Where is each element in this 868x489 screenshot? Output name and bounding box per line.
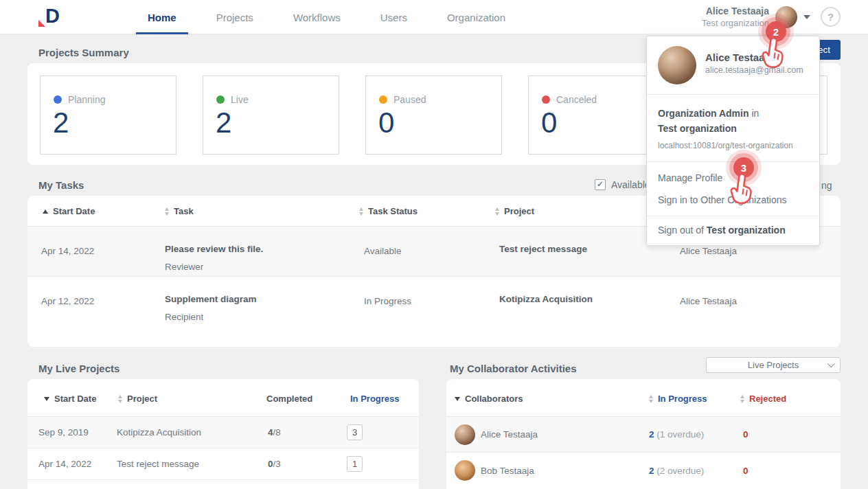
collaborator-avatar [455,424,475,445]
task-status: In Progress [364,296,411,306]
menu-item-sign-out[interactable]: Sign out of Test organization [647,216,819,245]
user-menu-trigger[interactable]: Alice Testaaja Test organization [702,5,810,29]
project-name: Test reject message [117,459,199,469]
app-logo[interactable]: D [38,5,70,31]
sort-icon [740,395,744,403]
filter-available-checkbox[interactable]: ✓ Available [595,179,650,190]
collaborator-name: Bob Testaaja [481,466,534,476]
collaborator-activities-card: Collaborators In Progress Rejected Alice… [446,379,841,489]
task-title: Please review this file. [165,244,263,254]
nav-item-users[interactable]: Users [361,0,427,34]
live-col-completed: Completed [266,394,312,404]
collaborator-avatar [455,460,475,481]
filter-available-label: Available [611,179,650,190]
column-label: Completed [266,394,312,404]
column-label: Start Date [53,206,95,216]
collaborator-in-progress: 2 (2 overdue) [649,466,704,476]
task-project: Test reject message [499,244,587,254]
canceled-status-dot [542,95,550,104]
collab-sort-rejected[interactable]: Rejected [740,394,786,404]
user-organization: Test organization [702,18,769,29]
task-row[interactable]: Apr 12, 2022 Supplement diagram Recipien… [27,277,841,327]
in-progress-count-badge[interactable]: 3 [347,424,363,440]
task-role: Recipient [165,312,203,322]
my-tasks-title: My Tasks [38,179,84,191]
sort-icon [495,207,499,216]
live-status-dot [216,95,225,104]
collaborators-header: Collaborators In Progress Rejected [446,379,841,417]
logo-letter: D [45,5,60,27]
collaborator-row[interactable]: Alice Testaaja 2 (1 overdue) 0 [446,417,841,453]
chevron-down-icon [803,15,810,19]
live-project-row[interactable]: Sep 9, 2019 Kotipizza Acquisition 4/8 3 [27,417,419,448]
stat-card-paused[interactable]: Paused 0 [365,76,502,155]
my-collaborator-activities-title: My Collaborator Activities [450,363,576,374]
user-name: Alice Testaaja [702,5,769,18]
stat-label: Live [231,94,249,105]
stat-card-live[interactable]: Live 2 [203,76,339,155]
question-icon: ? [827,11,834,23]
main-nav: Home Projects Workflows Users Organizati… [128,0,525,34]
collaborator-rejected: 0 [743,429,749,440]
stat-value: 0 [378,106,394,139]
chevron-down-icon [827,360,835,367]
user-dropdown-menu: Alice Testaaja alice.testaaja@gmail.com … [646,36,820,246]
task-date: Apr 12, 2022 [41,296,94,306]
collab-sort-in-progress[interactable]: In Progress [649,394,707,404]
stat-card-canceled[interactable]: Canceled 0 [528,76,665,155]
in-progress-count: 2 [649,429,654,440]
collaborator-filter-select[interactable]: Live Projects [706,357,841,373]
in-progress-count-badge[interactable]: 1 [347,456,363,472]
stat-card-planning[interactable]: Planning 2 [40,76,176,155]
tutorial-hand-pointer-icon [754,34,790,75]
projects-summary-title: Projects Summary [38,47,129,58]
column-label: Task Status [368,206,418,216]
menu-user-section: Alice Testaaja alice.testaaja@gmail.com [647,36,819,95]
my-live-projects-card: Start Date Project Completed In Progress… [27,379,419,489]
checkbox-checked[interactable]: ✓ [595,179,606,190]
menu-user-avatar [658,46,696,84]
planning-status-dot [54,95,62,104]
nav-item-home[interactable]: Home [128,0,196,34]
collaborator-row[interactable]: Bob Testaaja 2 (2 overdue) 0 [446,453,841,488]
sign-out-prefix: Sign out of [658,225,707,236]
column-label: Task [174,206,194,216]
live-projects-header: Start Date Project Completed In Progress [27,379,419,417]
stat-value: 2 [53,106,69,139]
task-title: Supplement diagram [165,294,257,304]
stat-value: 0 [541,106,557,139]
project-date: Apr 14, 2022 [38,459,91,469]
project-name: Kotipizza Acquisition [117,427,201,437]
completed-count: 4 [268,427,273,437]
menu-role: Organization Admin [658,108,749,119]
project-completed: 4/8 [268,427,281,437]
task-project: Kotipizza Acquisition [499,294,593,304]
column-label: Project [504,206,534,216]
collaborator-name: Alice Testaaja [481,429,538,440]
nav-item-organization[interactable]: Organization [427,0,525,34]
tasks-sort-task[interactable]: Task [165,206,194,216]
in-progress-count: 2 [649,466,654,476]
column-label: Project [127,394,157,404]
sort-icon [359,207,363,216]
help-button[interactable]: ? [821,7,841,27]
task-assignee: Alice Testaaja [680,246,737,256]
live-sort-project[interactable]: Project [118,394,157,404]
live-col-in-progress: In Progress [350,394,400,404]
nav-item-projects[interactable]: Projects [196,0,273,34]
completed-total: /3 [273,459,281,469]
sort-desc-icon [455,397,460,401]
column-label: Rejected [749,394,786,404]
user-info: Alice Testaaja Test organization [702,5,769,29]
live-project-row[interactable]: Apr 14, 2022 Test reject message 0/3 1 [27,448,419,480]
tasks-sort-task-status[interactable]: Task Status [359,206,418,216]
completed-count: 0 [268,459,273,469]
live-sort-start-date[interactable]: Start Date [44,394,96,404]
tasks-sort-project[interactable]: Project [495,206,534,216]
column-label: In Progress [658,394,707,404]
collab-sort-collaborators[interactable]: Collaborators [455,394,523,404]
stat-label: Canceled [556,94,597,105]
nav-item-workflows[interactable]: Workflows [273,0,361,34]
select-value: Live Projects [748,360,799,370]
tasks-sort-start-date[interactable]: Start Date [43,206,95,216]
